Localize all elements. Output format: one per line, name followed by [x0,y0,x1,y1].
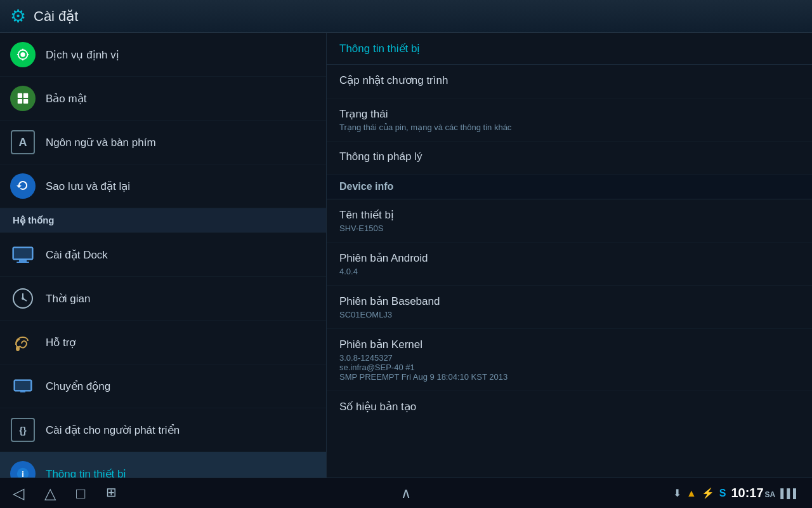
svg-point-18 [16,346,20,351]
status-main-label: Trạng thái [339,107,799,121]
location-icon [10,42,36,67]
sidebar-item-time[interactable]: Thời gian [0,277,326,321]
security-icon [10,86,36,111]
backup-icon [10,173,36,199]
language-label: Ngôn ngữ và bàn phím [46,136,156,149]
baseband-label: Phiên bản Baseband [339,295,799,308]
svg-rect-21 [20,391,25,392]
content-item-android[interactable]: Phiên bản Android 4.0.4 [327,243,812,286]
usb-icon: ⬇ [673,487,681,499]
time-label: Thời gian [46,292,90,305]
battery-icon: ⚡ [702,487,714,499]
svg-point-17 [22,297,24,300]
developer-label: Cài đặt cho người phát triển [46,424,180,437]
sidebar: Dịch vụ định vị Bảo mật A Ngôn ngữ và bà… [0,33,327,478]
signal-icon: ▌▌▌ [780,488,799,498]
section-title: Thông tin thiết bị [339,43,420,55]
gear-icon: ⚙ [10,6,26,27]
back-button[interactable]: ◁ [13,485,24,502]
sidebar-system-header: Hệ thống [0,208,326,233]
content-section-header: Thông tin thiết bị [327,33,812,65]
support-icon [10,330,36,355]
motion-label: Chuyển động [46,380,110,393]
content-item-kernel[interactable]: Phiên bản Kernel 3.0.8-1245327 se.infra@… [327,329,812,391]
bottombar: ◁ △ □ ⊞ ∧ ⬇ ▲ ⚡ S 10:17SA ▌▌▌ [0,478,812,508]
nav-right: ⬇ ▲ ⚡ S 10:17SA ▌▌▌ [673,486,799,500]
sidebar-item-location[interactable]: Dịch vụ định vị [0,33,326,77]
svg-rect-20 [15,381,30,390]
topbar: ⚙ Cài đặt [0,0,812,33]
device-name-value: SHV-E150S [339,224,799,233]
topbar-title: Cài đặt [34,8,78,25]
security-label: Bảo mật [46,92,86,105]
sidebar-item-about[interactable]: i Thông tin thiết bị [0,452,326,478]
divider-label: Device info [339,181,393,192]
nav-left: ◁ △ □ ⊞ [13,485,117,502]
content-item-baseband[interactable]: Phiên bản Baseband SC01EOMLJ3 [327,286,812,329]
developer-icon: {} [10,417,36,443]
content-item-build[interactable]: Số hiệu bản tạo [327,391,812,424]
android-value: 4.0.4 [339,267,799,276]
update-main-label: Cập nhật chương trình [339,74,799,87]
sidebar-item-security[interactable]: Bảo mật [0,77,326,121]
about-icon: i [10,461,36,478]
nav-center: ∧ [401,485,411,502]
recents-button[interactable]: □ [76,485,86,502]
device-info-divider: Device info [327,175,812,199]
svg-rect-9 [23,99,28,104]
svg-rect-6 [18,93,22,98]
main-layout: Dịch vụ định vị Bảo mật A Ngôn ngữ và bà… [0,33,812,478]
svg-point-0 [20,52,25,57]
legal-main-label: Thông tin pháp lý [339,150,799,163]
sidebar-item-language[interactable]: A Ngôn ngữ và bàn phím [0,121,326,164]
content-panel: Thông tin thiết bị Cập nhật chương trình… [327,33,812,478]
location-label: Dịch vụ định vị [46,48,119,62]
dock-label: Cài đặt Dock [46,248,108,262]
sidebar-item-developer[interactable]: {} Cài đặt cho người phát triển [0,408,326,452]
warning-icon: ▲ [686,488,697,499]
kernel-label: Phiên bản Kernel [339,338,799,351]
dock-icon [10,242,36,267]
time-icon [10,286,36,311]
sidebar-item-backup[interactable]: Sao lưu và đặt lại [0,164,326,208]
motion-icon [10,373,36,399]
baseband-value: SC01EOMLJ3 [339,310,799,319]
svg-rect-11 [14,248,32,258]
kernel-value: 3.0.8-1245327 se.infra@SEP-40 #1 SMP PRE… [339,353,799,382]
skype-icon: S [719,488,726,499]
build-label: Số hiệu bản tạo [339,400,799,413]
content-item-legal[interactable]: Thông tin pháp lý [327,142,812,175]
content-item-status[interactable]: Trạng thái Trạng thái của pin, mạng và c… [327,98,812,142]
status-sub-label: Trạng thái của pin, mạng và các thông ti… [339,123,799,132]
about-label: Thông tin thiết bị [46,467,126,478]
support-label: Hỗ trợ [46,336,75,349]
svg-rect-8 [18,99,22,104]
backup-label: Sao lưu và đặt lại [46,180,130,193]
home-button[interactable]: △ [44,485,56,502]
sidebar-item-dock[interactable]: Cài đặt Dock [0,233,326,277]
svg-rect-7 [23,93,28,98]
content-item-update[interactable]: Cập nhật chương trình [327,65,812,98]
svg-rect-12 [19,260,27,262]
sidebar-item-motion[interactable]: Chuyển động [0,364,326,408]
sidebar-item-support[interactable]: Hỗ trợ [0,321,326,364]
svg-text:i: i [22,469,24,478]
device-name-label: Tên thiết bị [339,208,799,222]
svg-rect-13 [16,262,29,263]
system-header-label: Hệ thống [10,215,54,226]
android-label: Phiên bản Android [339,251,799,265]
up-button[interactable]: ∧ [401,485,411,501]
time-display: 10:17SA [731,486,775,500]
language-icon: A [10,130,36,155]
qr-button[interactable]: ⊞ [106,485,117,502]
content-item-device-name[interactable]: Tên thiết bị SHV-E150S [327,199,812,243]
